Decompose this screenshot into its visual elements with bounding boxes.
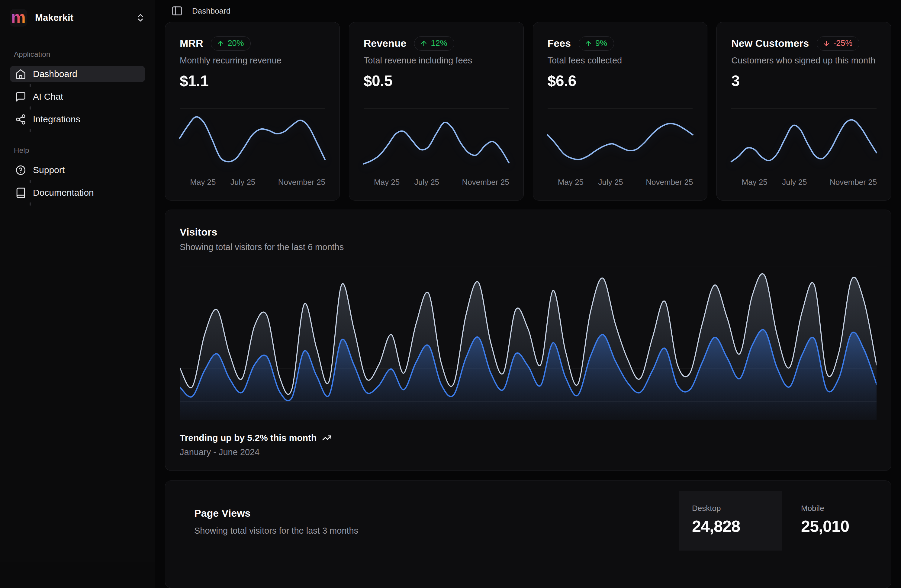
makerkit-logo: m <box>10 9 27 27</box>
sparkline-chart <box>731 108 876 168</box>
arrow-up-icon <box>420 39 428 47</box>
stat-value: $0.5 <box>364 72 509 90</box>
x-tick: November 25 <box>278 178 325 187</box>
sidebar-item-dashboard[interactable]: Dashboard <box>10 66 145 82</box>
page-views-card: Page Views Showing total visitors for th… <box>165 480 891 588</box>
x-tick: November 25 <box>646 178 693 187</box>
stat-value: $1.1 <box>180 72 325 90</box>
mobile-value: 25,010 <box>801 517 873 535</box>
x-tick: July 25 <box>231 178 255 187</box>
date-range: January - June 2024 <box>180 447 876 457</box>
stat-card-fees: Fees 9% Total fees collected $6.6 May 25… <box>533 22 708 201</box>
badge-value: 9% <box>595 39 607 48</box>
x-tick: July 25 <box>598 178 623 187</box>
nav-section-application: Application <box>14 50 145 59</box>
sidebar-item-ai-chat[interactable]: AI Chat <box>10 89 145 105</box>
sidebar-item-label: Support <box>33 165 65 175</box>
stat-subtitle: Total fees collected <box>548 56 693 66</box>
trend-badge: 12% <box>414 36 454 51</box>
help-nav: Support Documentation <box>10 162 145 206</box>
sidebar-toggle-icon[interactable] <box>171 5 183 17</box>
revenue-sparkline <box>364 108 509 168</box>
stat-subtitle: Monthly recurring revenue <box>180 56 325 66</box>
sidebar: m Makerkit Application Dashboard AI Chat… <box>0 0 155 588</box>
main-content: Dashboard MRR 20% Monthly recurring reve… <box>155 0 901 588</box>
sidebar-item-label: Dashboard <box>33 69 77 79</box>
chevrons-up-down-icon[interactable] <box>136 13 145 23</box>
page-views-stats: Desktop 24,828 Mobile 25,010 <box>679 491 873 551</box>
stat-card-revenue: Revenue 12% Total revenue including fees… <box>349 22 524 201</box>
visitors-chart-svg <box>180 266 876 420</box>
nav-rail-dash <box>30 129 31 132</box>
badge-value: 12% <box>431 39 447 48</box>
sparkline-x-axis: May 25 July 25 November 25 <box>731 178 876 187</box>
sparkline-chart <box>364 108 509 168</box>
stat-title: Fees <box>548 37 571 49</box>
sparkline-chart <box>180 108 325 168</box>
sparkline-chart <box>548 108 693 168</box>
book-icon <box>15 187 26 198</box>
trend-badge: 20% <box>211 36 251 51</box>
chat-icon <box>15 91 26 102</box>
sidebar-item-integrations[interactable]: Integrations <box>10 111 145 128</box>
share-icon <box>15 114 26 125</box>
mobile-stat-toggle[interactable]: Mobile 25,010 <box>782 491 873 551</box>
stat-subtitle: Total revenue including fees <box>364 56 509 66</box>
sidebar-item-documentation[interactable]: Documentation <box>10 184 145 201</box>
x-tick: May 25 <box>558 178 583 187</box>
application-nav: Dashboard AI Chat Integrations <box>10 66 145 132</box>
stat-title: New Customers <box>731 37 809 49</box>
x-tick: November 25 <box>462 178 509 187</box>
stat-value: $6.6 <box>548 72 693 90</box>
workspace-name: Makerkit <box>35 12 73 23</box>
visitors-title: Visitors <box>180 226 876 238</box>
arrow-down-icon <box>823 39 830 47</box>
home-icon <box>15 69 26 80</box>
nav-rail-dash <box>30 202 31 206</box>
badge-value: -25% <box>833 39 853 48</box>
nav-rail-dash <box>30 180 31 183</box>
badge-value: 20% <box>228 39 244 48</box>
stats-row: MRR 20% Monthly recurring revenue $1.1 M… <box>155 22 901 201</box>
nav-section-help: Help <box>14 146 145 154</box>
trending-up-icon <box>322 433 332 443</box>
x-tick: May 25 <box>190 178 216 187</box>
brand-header: m Makerkit <box>10 8 145 28</box>
new-customers-sparkline <box>731 108 876 168</box>
mobile-label: Mobile <box>801 504 873 513</box>
sidebar-item-label: Integrations <box>33 114 80 125</box>
nav-rail-dash <box>30 84 31 87</box>
desktop-label: Desktop <box>692 504 782 513</box>
sidebar-item-support[interactable]: Support <box>10 162 145 178</box>
nav-rail-dash <box>30 106 31 110</box>
x-tick: May 25 <box>742 178 767 187</box>
visitors-card: Visitors Showing total visitors for the … <box>165 210 891 471</box>
breadcrumb[interactable]: Dashboard <box>192 6 231 16</box>
stat-title: Revenue <box>364 37 407 49</box>
sidebar-footer <box>0 562 155 588</box>
x-tick: May 25 <box>374 178 400 187</box>
desktop-value: 24,828 <box>692 517 782 535</box>
sparkline-x-axis: May 25 July 25 November 25 <box>364 178 509 187</box>
stat-card-new-customers: New Customers -25% Customers who signed … <box>717 22 891 201</box>
arrow-up-icon <box>585 39 592 47</box>
desktop-stat-toggle[interactable]: Desktop 24,828 <box>679 491 782 551</box>
sparkline-x-axis: May 25 July 25 November 25 <box>548 178 693 187</box>
mrr-sparkline <box>180 108 325 168</box>
stat-card-mrr: MRR 20% Monthly recurring revenue $1.1 M… <box>165 22 340 201</box>
visitors-area-chart <box>180 266 876 420</box>
trend-badge: -25% <box>817 36 859 51</box>
trend-badge: 9% <box>579 36 614 51</box>
x-tick: July 25 <box>415 178 439 187</box>
topbar: Dashboard <box>155 0 901 22</box>
visitors-footer: Trending up by 5.2% this month January -… <box>180 433 876 457</box>
arrow-up-icon <box>217 39 224 47</box>
sidebar-item-label: AI Chat <box>33 92 63 102</box>
trend-note: Trending up by 5.2% this month <box>180 433 316 443</box>
x-tick: July 25 <box>782 178 807 187</box>
x-tick: November 25 <box>830 178 877 187</box>
stat-subtitle: Customers who signed up this month <box>731 56 876 66</box>
stat-value: 3 <box>731 72 876 90</box>
help-circle-icon <box>15 165 26 176</box>
stat-title: MRR <box>180 37 203 49</box>
